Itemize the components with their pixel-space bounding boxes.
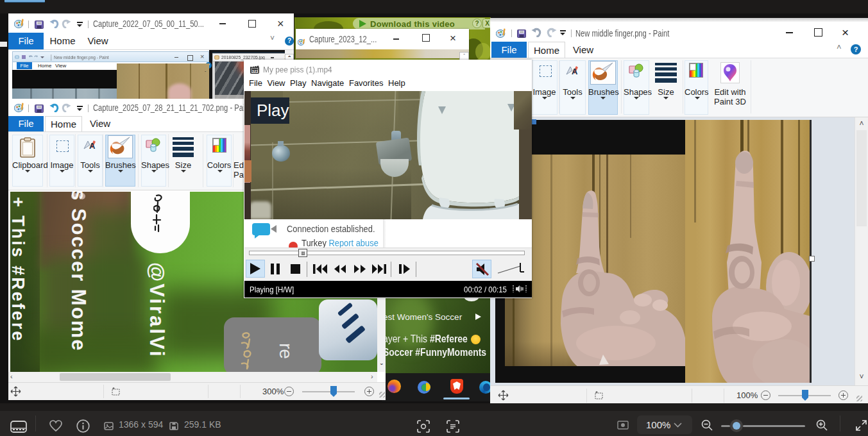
- svg-text:A: A: [89, 141, 96, 151]
- svg-text:A: A: [572, 67, 578, 76]
- svg-text:321: 321: [252, 69, 259, 73]
